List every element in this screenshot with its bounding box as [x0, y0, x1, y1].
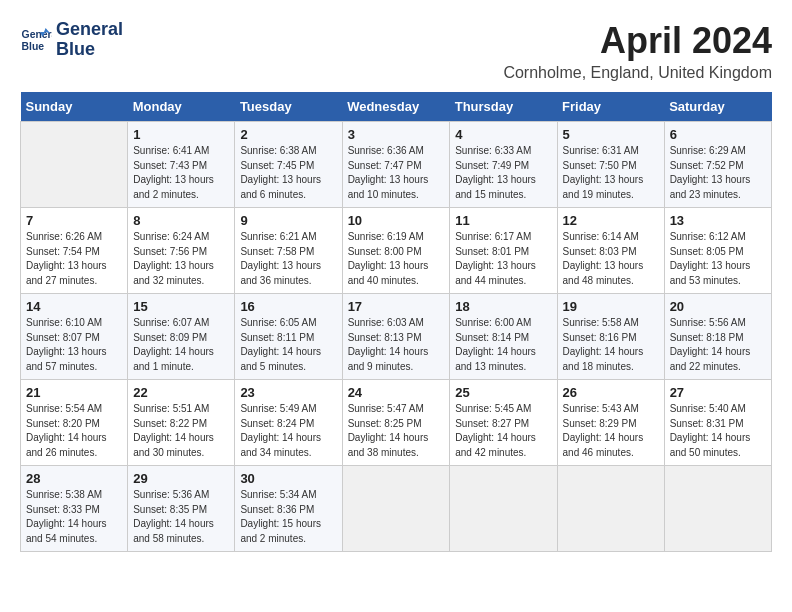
- day-number: 2: [240, 127, 336, 142]
- day-detail: Sunrise: 6:17 AMSunset: 8:01 PMDaylight:…: [455, 230, 551, 288]
- location: Cornholme, England, United Kingdom: [503, 64, 772, 82]
- day-number: 29: [133, 471, 229, 486]
- day-detail: Sunrise: 6:36 AMSunset: 7:47 PMDaylight:…: [348, 144, 445, 202]
- day-detail: Sunrise: 6:31 AMSunset: 7:50 PMDaylight:…: [563, 144, 659, 202]
- day-number: 15: [133, 299, 229, 314]
- calendar-week-row: 14Sunrise: 6:10 AMSunset: 8:07 PMDayligh…: [21, 294, 772, 380]
- header-day: Tuesday: [235, 92, 342, 122]
- calendar-cell: 3Sunrise: 6:36 AMSunset: 7:47 PMDaylight…: [342, 122, 450, 208]
- page-header: General Blue General Blue April 2024 Cor…: [20, 20, 772, 82]
- header-day: Wednesday: [342, 92, 450, 122]
- calendar-cell: 29Sunrise: 5:36 AMSunset: 8:35 PMDayligh…: [128, 466, 235, 552]
- calendar-table: SundayMondayTuesdayWednesdayThursdayFrid…: [20, 92, 772, 552]
- day-number: 12: [563, 213, 659, 228]
- calendar-cell: 1Sunrise: 6:41 AMSunset: 7:43 PMDaylight…: [128, 122, 235, 208]
- calendar-cell: 19Sunrise: 5:58 AMSunset: 8:16 PMDayligh…: [557, 294, 664, 380]
- calendar-cell: [342, 466, 450, 552]
- calendar-cell: 28Sunrise: 5:38 AMSunset: 8:33 PMDayligh…: [21, 466, 128, 552]
- svg-text:Blue: Blue: [22, 40, 45, 51]
- calendar-cell: 30Sunrise: 5:34 AMSunset: 8:36 PMDayligh…: [235, 466, 342, 552]
- day-detail: Sunrise: 6:10 AMSunset: 8:07 PMDaylight:…: [26, 316, 122, 374]
- calendar-cell: 11Sunrise: 6:17 AMSunset: 8:01 PMDayligh…: [450, 208, 557, 294]
- day-number: 14: [26, 299, 122, 314]
- header-row: SundayMondayTuesdayWednesdayThursdayFrid…: [21, 92, 772, 122]
- day-detail: Sunrise: 5:51 AMSunset: 8:22 PMDaylight:…: [133, 402, 229, 460]
- calendar-cell: 17Sunrise: 6:03 AMSunset: 8:13 PMDayligh…: [342, 294, 450, 380]
- header-day: Thursday: [450, 92, 557, 122]
- day-number: 23: [240, 385, 336, 400]
- day-number: 7: [26, 213, 122, 228]
- calendar-cell: 24Sunrise: 5:47 AMSunset: 8:25 PMDayligh…: [342, 380, 450, 466]
- day-detail: Sunrise: 5:54 AMSunset: 8:20 PMDaylight:…: [26, 402, 122, 460]
- day-number: 1: [133, 127, 229, 142]
- day-detail: Sunrise: 6:33 AMSunset: 7:49 PMDaylight:…: [455, 144, 551, 202]
- day-detail: Sunrise: 6:05 AMSunset: 8:11 PMDaylight:…: [240, 316, 336, 374]
- calendar-cell: 15Sunrise: 6:07 AMSunset: 8:09 PMDayligh…: [128, 294, 235, 380]
- day-number: 11: [455, 213, 551, 228]
- day-number: 6: [670, 127, 766, 142]
- day-number: 24: [348, 385, 445, 400]
- day-detail: Sunrise: 6:38 AMSunset: 7:45 PMDaylight:…: [240, 144, 336, 202]
- day-number: 13: [670, 213, 766, 228]
- month-title: April 2024: [503, 20, 772, 62]
- day-number: 28: [26, 471, 122, 486]
- day-number: 25: [455, 385, 551, 400]
- day-detail: Sunrise: 6:29 AMSunset: 7:52 PMDaylight:…: [670, 144, 766, 202]
- day-number: 21: [26, 385, 122, 400]
- day-number: 3: [348, 127, 445, 142]
- calendar-cell: 4Sunrise: 6:33 AMSunset: 7:49 PMDaylight…: [450, 122, 557, 208]
- day-detail: Sunrise: 5:36 AMSunset: 8:35 PMDaylight:…: [133, 488, 229, 546]
- day-detail: Sunrise: 5:56 AMSunset: 8:18 PMDaylight:…: [670, 316, 766, 374]
- calendar-cell: [450, 466, 557, 552]
- day-number: 27: [670, 385, 766, 400]
- day-detail: Sunrise: 5:49 AMSunset: 8:24 PMDaylight:…: [240, 402, 336, 460]
- calendar-cell: 18Sunrise: 6:00 AMSunset: 8:14 PMDayligh…: [450, 294, 557, 380]
- header-day: Saturday: [664, 92, 771, 122]
- day-detail: Sunrise: 6:00 AMSunset: 8:14 PMDaylight:…: [455, 316, 551, 374]
- calendar-cell: 20Sunrise: 5:56 AMSunset: 8:18 PMDayligh…: [664, 294, 771, 380]
- day-number: 10: [348, 213, 445, 228]
- day-detail: Sunrise: 5:45 AMSunset: 8:27 PMDaylight:…: [455, 402, 551, 460]
- calendar-cell: 6Sunrise: 6:29 AMSunset: 7:52 PMDaylight…: [664, 122, 771, 208]
- calendar-cell: 9Sunrise: 6:21 AMSunset: 7:58 PMDaylight…: [235, 208, 342, 294]
- day-number: 16: [240, 299, 336, 314]
- day-number: 5: [563, 127, 659, 142]
- header-day: Monday: [128, 92, 235, 122]
- calendar-week-row: 21Sunrise: 5:54 AMSunset: 8:20 PMDayligh…: [21, 380, 772, 466]
- calendar-cell: 7Sunrise: 6:26 AMSunset: 7:54 PMDaylight…: [21, 208, 128, 294]
- day-number: 20: [670, 299, 766, 314]
- logo-icon: General Blue: [20, 24, 52, 56]
- calendar-cell: 8Sunrise: 6:24 AMSunset: 7:56 PMDaylight…: [128, 208, 235, 294]
- day-detail: Sunrise: 6:14 AMSunset: 8:03 PMDaylight:…: [563, 230, 659, 288]
- day-number: 18: [455, 299, 551, 314]
- day-number: 26: [563, 385, 659, 400]
- calendar-cell: [21, 122, 128, 208]
- calendar-cell: 22Sunrise: 5:51 AMSunset: 8:22 PMDayligh…: [128, 380, 235, 466]
- day-detail: Sunrise: 5:58 AMSunset: 8:16 PMDaylight:…: [563, 316, 659, 374]
- calendar-cell: 10Sunrise: 6:19 AMSunset: 8:00 PMDayligh…: [342, 208, 450, 294]
- calendar-cell: 13Sunrise: 6:12 AMSunset: 8:05 PMDayligh…: [664, 208, 771, 294]
- day-detail: Sunrise: 6:21 AMSunset: 7:58 PMDaylight:…: [240, 230, 336, 288]
- calendar-cell: 23Sunrise: 5:49 AMSunset: 8:24 PMDayligh…: [235, 380, 342, 466]
- header-day: Sunday: [21, 92, 128, 122]
- day-detail: Sunrise: 6:03 AMSunset: 8:13 PMDaylight:…: [348, 316, 445, 374]
- calendar-week-row: 7Sunrise: 6:26 AMSunset: 7:54 PMDaylight…: [21, 208, 772, 294]
- logo: General Blue General Blue: [20, 20, 123, 60]
- calendar-cell: 27Sunrise: 5:40 AMSunset: 8:31 PMDayligh…: [664, 380, 771, 466]
- calendar-week-row: 28Sunrise: 5:38 AMSunset: 8:33 PMDayligh…: [21, 466, 772, 552]
- calendar-cell: 5Sunrise: 6:31 AMSunset: 7:50 PMDaylight…: [557, 122, 664, 208]
- day-number: 22: [133, 385, 229, 400]
- day-number: 19: [563, 299, 659, 314]
- calendar-cell: 12Sunrise: 6:14 AMSunset: 8:03 PMDayligh…: [557, 208, 664, 294]
- day-detail: Sunrise: 5:47 AMSunset: 8:25 PMDaylight:…: [348, 402, 445, 460]
- day-detail: Sunrise: 6:26 AMSunset: 7:54 PMDaylight:…: [26, 230, 122, 288]
- day-detail: Sunrise: 6:07 AMSunset: 8:09 PMDaylight:…: [133, 316, 229, 374]
- day-number: 9: [240, 213, 336, 228]
- calendar-cell: 25Sunrise: 5:45 AMSunset: 8:27 PMDayligh…: [450, 380, 557, 466]
- day-number: 8: [133, 213, 229, 228]
- calendar-cell: 26Sunrise: 5:43 AMSunset: 8:29 PMDayligh…: [557, 380, 664, 466]
- day-detail: Sunrise: 5:43 AMSunset: 8:29 PMDaylight:…: [563, 402, 659, 460]
- calendar-cell: [557, 466, 664, 552]
- title-block: April 2024 Cornholme, England, United Ki…: [503, 20, 772, 82]
- day-detail: Sunrise: 5:34 AMSunset: 8:36 PMDaylight:…: [240, 488, 336, 546]
